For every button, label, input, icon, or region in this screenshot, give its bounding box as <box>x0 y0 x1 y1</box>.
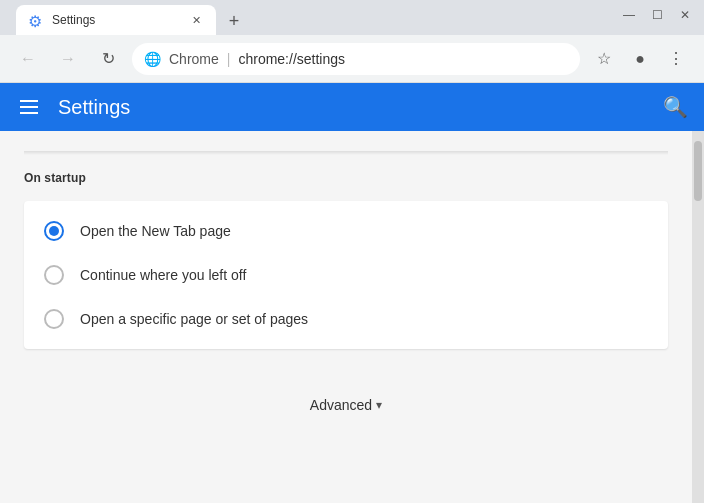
title-bar: ⚙ Settings ✕ + — ☐ ✕ <box>0 0 704 35</box>
radio-new-tab[interactable] <box>44 221 64 241</box>
tab-favicon-icon: ⚙ <box>28 12 44 28</box>
chrome-label: Chrome <box>169 51 219 67</box>
advanced-button[interactable]: Advanced ▾ <box>294 389 398 421</box>
option-label-continue: Continue where you left off <box>80 267 246 283</box>
option-label-specific-page: Open a specific page or set of pages <box>80 311 308 327</box>
settings-header: Settings 🔍 <box>0 83 704 131</box>
top-divider <box>24 151 668 155</box>
menu-button[interactable]: ⋮ <box>660 43 692 75</box>
bookmark-button[interactable]: ☆ <box>588 43 620 75</box>
maximize-button[interactable]: ☐ <box>648 6 666 24</box>
back-button[interactable]: ← <box>12 43 44 75</box>
address-separator: | <box>227 51 231 67</box>
forward-button[interactable]: → <box>52 43 84 75</box>
scrollbar[interactable] <box>692 131 704 503</box>
content-inner: On startup Open the New Tab page Continu… <box>0 131 692 503</box>
settings-page-title: Settings <box>58 96 647 119</box>
tab-close-button[interactable]: ✕ <box>188 12 204 28</box>
hamburger-menu-button[interactable] <box>16 96 42 118</box>
minimize-button[interactable]: — <box>620 6 638 24</box>
advanced-section: Advanced ▾ <box>24 389 668 421</box>
chevron-down-icon: ▾ <box>376 398 382 412</box>
nav-bar: ← → ↻ 🌐 Chrome | chrome://settings ☆ ● ⋮ <box>0 35 704 83</box>
globe-icon: 🌐 <box>144 51 161 67</box>
new-tab-button[interactable]: + <box>220 7 248 35</box>
startup-options-card: Open the New Tab page Continue where you… <box>24 201 668 349</box>
close-button[interactable]: ✕ <box>676 6 694 24</box>
address-url: chrome://settings <box>238 51 345 67</box>
profile-button[interactable]: ● <box>624 43 656 75</box>
section-title: On startup <box>24 171 668 185</box>
refresh-button[interactable]: ↻ <box>92 43 124 75</box>
option-row-continue[interactable]: Continue where you left off <box>24 253 668 297</box>
option-row-specific-page[interactable]: Open a specific page or set of pages <box>24 297 668 341</box>
content-area: On startup Open the New Tab page Continu… <box>0 131 704 503</box>
option-row-new-tab[interactable]: Open the New Tab page <box>24 209 668 253</box>
option-label-new-tab: Open the New Tab page <box>80 223 231 239</box>
radio-specific-page[interactable] <box>44 309 64 329</box>
tab-bar: ⚙ Settings ✕ + <box>8 0 256 35</box>
scrollbar-thumb[interactable] <box>694 141 702 201</box>
tab-title: Settings <box>52 13 180 27</box>
window-controls: — ☐ ✕ <box>620 6 694 24</box>
active-tab[interactable]: ⚙ Settings ✕ <box>16 5 216 35</box>
search-icon[interactable]: 🔍 <box>663 95 688 119</box>
radio-inner-new-tab <box>49 226 59 236</box>
address-bar[interactable]: 🌐 Chrome | chrome://settings <box>132 43 580 75</box>
advanced-label: Advanced <box>310 397 372 413</box>
radio-continue[interactable] <box>44 265 64 285</box>
nav-right-buttons: ☆ ● ⋮ <box>588 43 692 75</box>
